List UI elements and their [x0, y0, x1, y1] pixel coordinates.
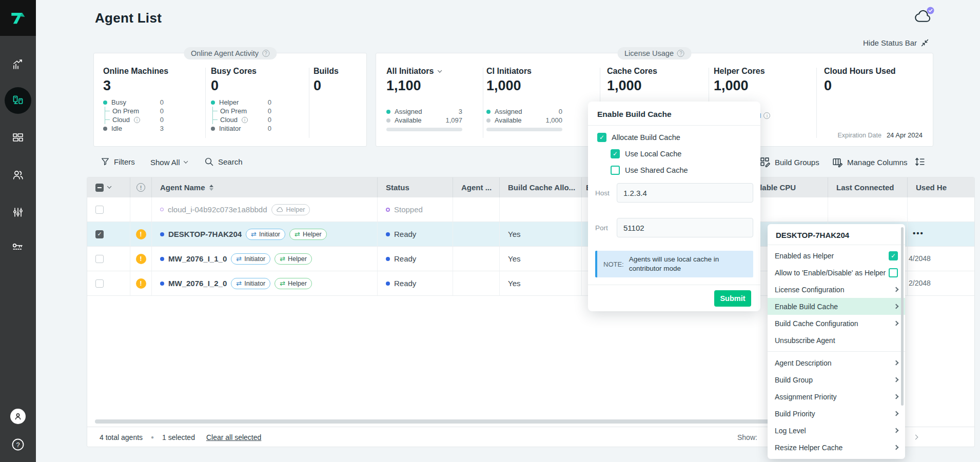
sidebar-item-analytics[interactable]: [0, 57, 36, 72]
menu-item-allow-enable-disable[interactable]: Allow to 'Enable/Disable' as Helper: [768, 264, 905, 281]
header-status[interactable]: Status: [378, 177, 453, 197]
key-icon: [11, 240, 25, 254]
sidebar-item-agents-active[interactable]: [0, 87, 36, 114]
row-checkbox[interactable]: [95, 206, 104, 214]
chevron-right-icon: [894, 360, 899, 366]
horizontal-scrollbar[interactable]: [95, 419, 780, 424]
available-dot: [386, 118, 390, 123]
busy-value: 0: [160, 98, 164, 106]
transfer-icon: ⇄: [280, 255, 285, 263]
menu-item-resize-helper-cache[interactable]: Resize Helper Cache: [768, 439, 905, 456]
submit-button[interactable]: Submit: [714, 290, 751, 307]
all-initiators-header[interactable]: All Initiators: [386, 67, 462, 76]
cloud-value: 0: [160, 116, 164, 124]
use-shared-cache-checkbox[interactable]: [611, 166, 620, 175]
initiator-pill-label: Initiator: [259, 231, 280, 238]
menu-item-agent-description[interactable]: Agent Description: [768, 354, 905, 371]
menu-item-enabled-as-helper[interactable]: Enabled as Helper ✓: [768, 247, 905, 264]
chevron-right-icon: [894, 428, 899, 433]
row-height-button[interactable]: [914, 156, 925, 167]
ci-initiators-panel: CI Initiators 1,000 Assigned 0 Available…: [486, 67, 562, 131]
builds-panel: Builds 0: [313, 67, 339, 94]
in-pool-info-icon[interactable]: i: [763, 112, 770, 119]
usage-bar: [486, 128, 562, 131]
header-select-all[interactable]: [87, 177, 130, 197]
initiator-label: Initiator: [219, 125, 241, 132]
all-initiators-value: 1,100: [386, 78, 462, 94]
license-info-icon[interactable]: ?: [677, 50, 684, 57]
enabled-as-helper-checkbox[interactable]: ✓: [889, 251, 898, 260]
brand-logo-icon: [9, 9, 27, 27]
row-checkbox[interactable]: [95, 279, 104, 288]
row-checkbox[interactable]: [95, 255, 104, 263]
clear-selected-link[interactable]: Clear all selected: [206, 433, 261, 441]
busy-cores-panel: Busy Cores 0 Helper 0 On Prem 0 Cloud i …: [211, 67, 271, 133]
header-agent-truncated[interactable]: Agent ...: [453, 177, 500, 197]
search-button[interactable]: Search: [204, 157, 243, 167]
host-input[interactable]: [617, 183, 753, 203]
expiration-label: Expiration Date: [837, 132, 881, 139]
table-header-row: ! Agent Name Status Agent ... Build Cach…: [87, 177, 974, 197]
menu-item-build-cache-configuration[interactable]: Build Cache Configuration: [768, 315, 905, 332]
manage-columns-button[interactable]: Manage Columns: [832, 157, 908, 168]
sidebar-item-license[interactable]: [0, 240, 36, 254]
allocate-build-cache-checkbox[interactable]: ✓: [597, 133, 606, 142]
row-checkbox-checked[interactable]: ✓: [95, 230, 104, 238]
cloud-info-icon[interactable]: i: [134, 117, 140, 123]
sidebar-item-profile[interactable]: [0, 409, 36, 424]
total-agents-label: 4 total agents: [100, 433, 143, 441]
show-all-dropdown[interactable]: Show All: [150, 158, 187, 167]
menu-item-build-priority[interactable]: Build Priority: [768, 405, 905, 422]
menu-item-build-group[interactable]: Build Group: [768, 371, 905, 388]
allow-enable-disable-checkbox[interactable]: [889, 268, 898, 277]
header-build-cache-alloc[interactable]: Build Cache Allo...: [500, 177, 582, 197]
helper-pill: ⇄Helper: [275, 278, 312, 289]
app-logo[interactable]: [0, 0, 36, 36]
hide-status-bar-label: Hide Status Bar: [863, 38, 917, 47]
select-all-checkbox[interactable]: [95, 184, 104, 192]
menu-item-log-level[interactable]: Log Level: [768, 422, 905, 439]
header-used-helper[interactable]: Used He: [908, 177, 975, 197]
header-agent-name[interactable]: Agent Name: [152, 177, 378, 197]
helper-cores-value: 1,000: [714, 78, 765, 94]
filters-button[interactable]: Filters: [101, 157, 135, 166]
available-value: 1,000: [545, 116, 562, 124]
warning-icon[interactable]: !: [136, 229, 146, 239]
header-last-connected[interactable]: Last Connected: [828, 177, 908, 197]
menu-item-assignment-priority[interactable]: Assignment Priority: [768, 388, 905, 405]
expiration-row: Expiration Date 24 Apr 2024: [837, 131, 923, 139]
menu-item-unsubscribe-agent[interactable]: Unsubscribe Agent: [768, 332, 905, 349]
cloud-hours-panel: Cloud Hours Used 0: [824, 67, 896, 94]
busy-cores-value: 0: [211, 78, 271, 94]
warning-icon[interactable]: !: [136, 278, 146, 289]
avatar: [10, 409, 26, 424]
build-groups-button[interactable]: Build Groups: [760, 157, 819, 168]
sidebar-item-help[interactable]: ?: [0, 437, 36, 452]
agent-truncated-header-label: Agent ...: [461, 183, 492, 192]
warning-icon[interactable]: !: [136, 254, 146, 264]
port-input[interactable]: [617, 218, 753, 237]
cloud-status-indicator[interactable]: [914, 8, 933, 26]
all-initiators-label: All Initiators: [386, 67, 434, 76]
table-row[interactable]: cloud_i-04b92c073e1a8bbdd Helper Stopped: [87, 197, 974, 222]
menu-item-license-configuration[interactable]: License Configuration: [768, 281, 905, 298]
cloud-info-icon[interactable]: i: [242, 117, 248, 123]
menu-scrollbar[interactable]: [901, 227, 904, 406]
help-icon: ?: [11, 437, 25, 452]
sidebar-item-dashboard[interactable]: [0, 130, 36, 145]
divider: [205, 68, 206, 138]
sort-icon[interactable]: [209, 185, 213, 191]
sidebar-item-users[interactable]: [0, 168, 36, 182]
show-all-label: Show All: [150, 158, 180, 167]
on-prem-value: 0: [160, 107, 164, 115]
menu-item-enable-build-cache[interactable]: Enable Build Cache: [768, 298, 905, 315]
online-machines-label: Online Machines: [103, 67, 168, 76]
row-more-actions-button[interactable]: •••: [913, 229, 924, 237]
pagination-next-icon[interactable]: [913, 435, 918, 440]
sidebar-item-settings[interactable]: [0, 205, 36, 219]
use-local-cache-checkbox[interactable]: ✓: [611, 149, 620, 158]
assigned-value: 3: [459, 108, 462, 115]
status-dot-ready: [386, 232, 390, 236]
activity-info-icon[interactable]: ?: [262, 50, 269, 57]
hide-status-bar-button[interactable]: Hide Status Bar: [863, 38, 929, 47]
